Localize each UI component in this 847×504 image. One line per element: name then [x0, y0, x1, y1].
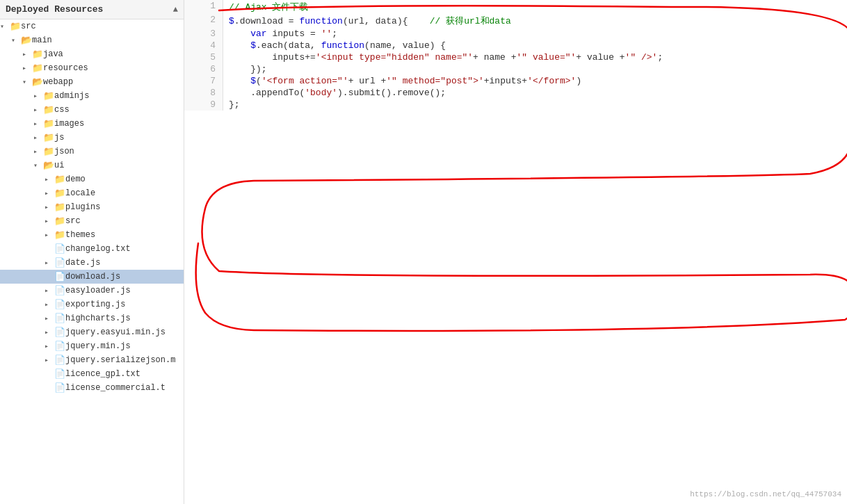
tree-item-jqmin[interactable]: ▸📄jquery.min.js: [0, 339, 184, 353]
item-label: images: [54, 119, 84, 129]
line-number: 7: [184, 75, 223, 87]
line-number: 3: [184, 28, 223, 40]
tree-item-themes[interactable]: ▸📁themes: [0, 228, 184, 242]
tree-arrow: ▸: [45, 203, 54, 211]
code-line: 4 $.each(data, function(name, value) {: [184, 40, 847, 51]
item-label: easyloader.js: [65, 286, 131, 295]
item-label: themes: [65, 230, 95, 240]
tree-item-download[interactable]: 📄download.js: [0, 270, 184, 284]
tree-item-jqserialize[interactable]: ▸📄jquery.serializejson.m: [0, 353, 184, 367]
tree-arrow: ▸: [33, 106, 43, 114]
line-content: inputs+='<input type="hidden" name="'+ n…: [223, 51, 847, 63]
sidebar: Deployed Resources ▲ ▾📁src ▾📂main ▸📁java…: [0, 0, 184, 504]
item-icon: 📁: [54, 229, 65, 241]
tree-item-adminjs[interactable]: ▸📁adminjs: [0, 89, 184, 103]
item-icon: 📄: [54, 313, 65, 324]
line-content: $.each(data, function(name, value) {: [223, 40, 847, 51]
tree-item-images[interactable]: ▸📁images: [0, 117, 184, 131]
code-line: 5 inputs+='<input type="hidden" name="'+…: [184, 51, 847, 63]
line-content: $.download = function(url, data){ // 获得u…: [223, 14, 847, 28]
tree-item-exporting[interactable]: ▸📄exporting.js: [0, 298, 184, 311]
code-editor[interactable]: 1// Ajax 文件下载2$.download = function(url,…: [184, 0, 847, 504]
line-number: 5: [184, 51, 223, 63]
tree-arrow: ▸: [33, 92, 43, 100]
tree-item-licence_gpl[interactable]: 📄licence_gpl.txt: [0, 367, 184, 381]
tree-item-src[interactable]: ▾📁src: [0, 19, 184, 33]
tree-arrow: ▾: [0, 22, 10, 31]
tree-item-js[interactable]: ▸📁js: [0, 131, 184, 145]
code-line: 9};: [184, 99, 847, 111]
tree-item-jqeasyui[interactable]: ▸📄jquery.easyui.min.js: [0, 325, 184, 339]
item-icon: 📄: [54, 382, 65, 393]
item-label: jquery.serializejson.m: [65, 355, 175, 365]
item-icon: 📄: [54, 271, 65, 282]
item-icon: 📁: [54, 216, 65, 227]
code-line: 6 });: [184, 63, 847, 75]
tree-item-demo[interactable]: ▸📁demo: [0, 172, 184, 186]
tree-item-json[interactable]: ▸📁json: [0, 145, 184, 158]
line-number: 6: [184, 63, 223, 75]
item-label: plugins: [65, 202, 100, 212]
item-icon: 📁: [43, 118, 54, 129]
item-label: src: [21, 22, 36, 31]
tree-arrow: ▸: [22, 64, 32, 72]
code-line: 1// Ajax 文件下载: [184, 0, 847, 14]
tree-arrow: ▸: [45, 342, 54, 350]
item-label: license_commercial.t: [65, 383, 166, 393]
tree-arrow: ▸: [45, 300, 54, 309]
item-label: jquery.min.js: [65, 341, 131, 351]
item-icon: 📂: [21, 35, 32, 46]
item-label: demo: [65, 174, 86, 184]
tree-item-src2[interactable]: ▸📁src: [0, 214, 184, 228]
item-label: css: [54, 105, 70, 115]
item-icon: 📁: [43, 90, 54, 101]
item-label: jquery.easyui.min.js: [65, 327, 166, 337]
line-number: 4: [184, 40, 223, 51]
item-icon: 📁: [54, 188, 65, 199]
tree-arrow: ▸: [45, 356, 54, 364]
item-icon: 📄: [54, 243, 65, 254]
tree-arrow: ▸: [45, 217, 54, 225]
tree-item-easyloader[interactable]: ▸📄easyloader.js: [0, 284, 184, 298]
item-label: java: [43, 49, 63, 59]
item-icon: 📂: [32, 76, 43, 88]
tree-item-webapp[interactable]: ▾📂webapp: [0, 75, 184, 89]
tree-item-java[interactable]: ▸📁java: [0, 47, 184, 61]
item-label: locale: [65, 188, 95, 198]
item-icon: 📁: [43, 146, 54, 157]
item-icon: 📁: [43, 104, 54, 115]
line-content: });: [223, 63, 847, 75]
tree-item-locale[interactable]: ▸📁locale: [0, 186, 184, 200]
sidebar-collapse-button[interactable]: ▲: [173, 5, 178, 15]
item-icon: 📁: [32, 63, 43, 74]
tree-item-license_commercial[interactable]: 📄license_commercial.t: [0, 381, 184, 395]
line-content: .appendTo('body').submit().remove();: [223, 87, 847, 99]
item-icon: 📄: [54, 341, 65, 352]
tree-item-plugins[interactable]: ▸📁plugins: [0, 200, 184, 214]
item-label: js: [54, 133, 64, 143]
code-line: 3 var inputs = '';: [184, 28, 847, 40]
item-label: ui: [54, 161, 64, 170]
tree-arrow: ▸: [45, 286, 54, 295]
tree-arrow: ▸: [33, 133, 43, 142]
item-label: adminjs: [54, 91, 89, 101]
tree-arrow: ▾: [11, 36, 21, 44]
tree-arrow: ▸: [45, 328, 54, 336]
tree-item-date[interactable]: ▸📄date.js: [0, 256, 184, 270]
item-label: exporting.js: [65, 300, 125, 309]
item-label: main: [32, 35, 52, 45]
item-label: webapp: [43, 77, 73, 87]
tree-item-resources[interactable]: ▸📁resources: [0, 61, 184, 75]
line-number: 8: [184, 87, 223, 99]
item-label: changelog.txt: [65, 244, 131, 254]
watermark: https://blog.csdn.net/qq_44757034: [690, 490, 841, 498]
item-label: licence_gpl.txt: [65, 369, 140, 379]
tree-item-css[interactable]: ▸📁css: [0, 103, 184, 117]
tree-item-changelog[interactable]: 📄changelog.txt: [0, 242, 184, 256]
item-label: highcharts.js: [65, 314, 131, 323]
tree-item-main[interactable]: ▾📂main: [0, 33, 184, 47]
tree-item-highcharts[interactable]: ▸📄highcharts.js: [0, 311, 184, 325]
tree-item-ui[interactable]: ▾📂ui: [0, 158, 184, 172]
editor-wrapper: 1// Ajax 文件下载2$.download = function(url,…: [184, 0, 847, 504]
line-number: 1: [184, 0, 223, 14]
